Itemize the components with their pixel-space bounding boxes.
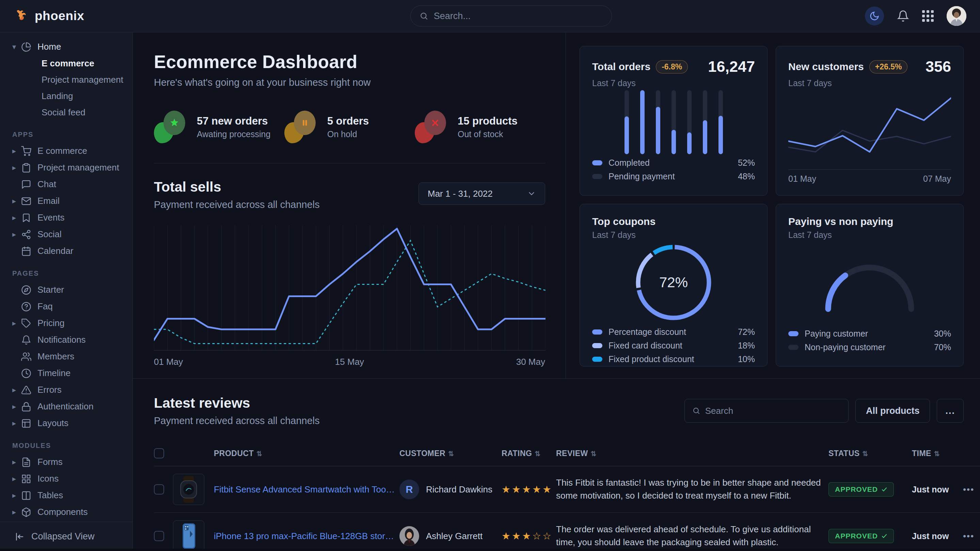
sidebar-item-events[interactable]: ▸ Events bbox=[0, 209, 132, 226]
product-thumbnail[interactable] bbox=[173, 520, 204, 551]
sidebar-item-members[interactable]: Members bbox=[0, 348, 132, 365]
sidebar-subitem-e-commerce[interactable]: E commerce bbox=[0, 55, 132, 71]
sidebar-item-notifications[interactable]: Notifications bbox=[0, 332, 132, 348]
user-avatar[interactable] bbox=[947, 6, 966, 26]
top-navbar: phoenix bbox=[0, 0, 980, 32]
legend-label: Fixed card discount bbox=[608, 341, 682, 351]
sidebar-item-project-management[interactable]: ▸ Project management bbox=[0, 159, 132, 176]
review-time: Just now bbox=[912, 484, 949, 494]
global-search-input[interactable] bbox=[434, 11, 603, 21]
row-menu-button[interactable]: ••• bbox=[963, 484, 974, 494]
paying-title: Paying vs non paying bbox=[788, 216, 893, 227]
legend-row: Fixed card discount 18% bbox=[592, 339, 755, 352]
select-all-checkbox[interactable] bbox=[154, 448, 164, 459]
legend-swatch bbox=[592, 160, 602, 165]
caret-right-icon: ▸ bbox=[12, 458, 21, 467]
sidebar-item-starter[interactable]: Starter bbox=[0, 281, 132, 298]
reviews-search-input[interactable] bbox=[705, 406, 841, 416]
all-products-button[interactable]: All products bbox=[855, 399, 930, 423]
review-text: This Fitbit is fantastic! I was trying t… bbox=[556, 476, 825, 502]
brand-name: phoenix bbox=[35, 9, 84, 23]
paying-card: Paying vs non paying Last 7 days Paying … bbox=[776, 204, 964, 367]
status-badge: APPROVED bbox=[829, 482, 894, 497]
sidebar-item-calendar[interactable]: Calendar bbox=[0, 243, 132, 259]
search-icon bbox=[692, 407, 700, 415]
sidebar-subitem-project-management[interactable]: Project management bbox=[0, 71, 132, 88]
review-time: Just now bbox=[912, 531, 949, 541]
sidebar-item-forms[interactable]: ▸ Forms bbox=[0, 454, 132, 470]
legend-label: Non-paying customer bbox=[805, 342, 886, 352]
top-coupons-period: Last 7 days bbox=[592, 230, 755, 240]
sidebar-subitem-social-feed[interactable]: Social feed bbox=[0, 104, 132, 121]
column-header-review[interactable]: REVIEW⇅ bbox=[556, 442, 829, 466]
caret-right-icon: ▸ bbox=[12, 419, 21, 428]
column-header-rating[interactable]: RATING⇅ bbox=[501, 442, 556, 466]
table-row: Fitbit Sense Advanced Smartwatch with To… bbox=[154, 466, 980, 513]
brand-logo[interactable]: phoenix bbox=[14, 8, 84, 24]
sidebar-section-label: MODULES bbox=[12, 442, 132, 449]
sidebar-item-home[interactable]: ▾ Home bbox=[0, 38, 132, 55]
column-header-product[interactable]: PRODUCT⇅ bbox=[214, 442, 399, 466]
sidebar-item-layouts[interactable]: ▸ Layouts bbox=[0, 415, 132, 432]
avatar-photo bbox=[399, 526, 419, 546]
stat-value: 5 orders bbox=[327, 115, 369, 127]
product-thumbnail[interactable] bbox=[173, 474, 204, 505]
product-link[interactable]: Fitbit Sense Advanced Smartwatch with To… bbox=[214, 484, 396, 495]
sidebar-item-components[interactable]: ▸ Components bbox=[0, 504, 132, 520]
sidebar-item-pricing[interactable]: ▸ Pricing bbox=[0, 315, 132, 332]
sidebar-item-social[interactable]: ▸ Social bbox=[0, 226, 132, 243]
moon-icon bbox=[869, 11, 880, 21]
phoenix-flame-icon bbox=[14, 8, 29, 24]
column-header-time[interactable]: TIME⇅ bbox=[912, 442, 963, 466]
customer-cell: R Richard Dawkins bbox=[399, 480, 498, 499]
row-checkbox[interactable] bbox=[154, 484, 164, 494]
column-header-customer[interactable]: CUSTOMER⇅ bbox=[399, 442, 501, 466]
axis-label-end: 07 May bbox=[923, 174, 951, 184]
new-customers-badge: +26.5% bbox=[869, 60, 908, 73]
sidebar-item-faq[interactable]: Faq bbox=[0, 298, 132, 315]
notifications-button[interactable] bbox=[897, 10, 909, 22]
reviews-table: PRODUCT⇅CUSTOMER⇅RATING⇅REVIEW⇅STATUS⇅TI… bbox=[154, 442, 980, 551]
more-options-button[interactable]: ... bbox=[937, 399, 964, 423]
sidebar-item-chat[interactable]: Chat bbox=[0, 176, 132, 193]
caret-right-icon: ▸ bbox=[12, 197, 21, 206]
legend-row: Pending payment 48% bbox=[592, 170, 755, 183]
legend-value: 30% bbox=[934, 329, 951, 339]
legend-label: Pending payment bbox=[608, 171, 675, 181]
sidebar-item-email[interactable]: ▸ Email bbox=[0, 193, 132, 209]
product-link[interactable]: iPhone 13 pro max-Pacific Blue-128GB sto… bbox=[214, 531, 396, 541]
x-stat-icon bbox=[415, 111, 449, 143]
collapse-label: Collapsed View bbox=[31, 531, 95, 542]
row-checkbox[interactable] bbox=[154, 531, 164, 541]
caret-right-icon: ▸ bbox=[12, 402, 21, 411]
total-orders-badge: -6.8% bbox=[656, 60, 688, 73]
sidebar-item-authentication[interactable]: ▸ Authentication bbox=[0, 398, 132, 415]
global-search[interactable] bbox=[410, 5, 612, 27]
column-header-status[interactable]: STATUS⇅ bbox=[829, 442, 912, 466]
bookmark-icon bbox=[21, 213, 31, 223]
caret-right-icon: ▸ bbox=[12, 475, 21, 483]
date-range-select[interactable]: Mar 1 - 31, 2022 bbox=[418, 183, 545, 205]
caret-right-icon: ▸ bbox=[12, 164, 21, 172]
alert-icon bbox=[21, 385, 31, 395]
collapse-view-button[interactable]: Collapsed View bbox=[0, 522, 132, 551]
sort-icon: ⇅ bbox=[934, 450, 940, 457]
top-coupons-title: Top coupons bbox=[592, 216, 655, 227]
top-coupons-donut-chart: 72% bbox=[592, 240, 755, 325]
new-customers-value: 356 bbox=[926, 58, 951, 76]
sidebar-item-icons[interactable]: ▸ Icons bbox=[0, 470, 132, 487]
reviews-search[interactable] bbox=[684, 399, 849, 423]
sidebar-subitem-landing[interactable]: Landing bbox=[0, 88, 132, 104]
sidebar-item-timeline[interactable]: Timeline bbox=[0, 365, 132, 381]
stat-label: Awating processing bbox=[197, 129, 270, 139]
total-sells-title: Total sells bbox=[154, 179, 320, 195]
theme-toggle-button[interactable] bbox=[865, 6, 884, 25]
sidebar-item-errors[interactable]: ▸ Errors bbox=[0, 381, 132, 398]
clock-icon bbox=[21, 368, 31, 378]
apps-grid-button[interactable] bbox=[922, 10, 934, 22]
sidebar-item-tables[interactable]: ▸ Tables bbox=[0, 487, 132, 504]
row-menu-button[interactable]: ••• bbox=[963, 531, 974, 541]
sidebar-item-e-commerce[interactable]: ▸ E commerce bbox=[0, 143, 132, 159]
sort-icon: ⇅ bbox=[862, 450, 868, 457]
total-sells-chart bbox=[154, 225, 545, 352]
